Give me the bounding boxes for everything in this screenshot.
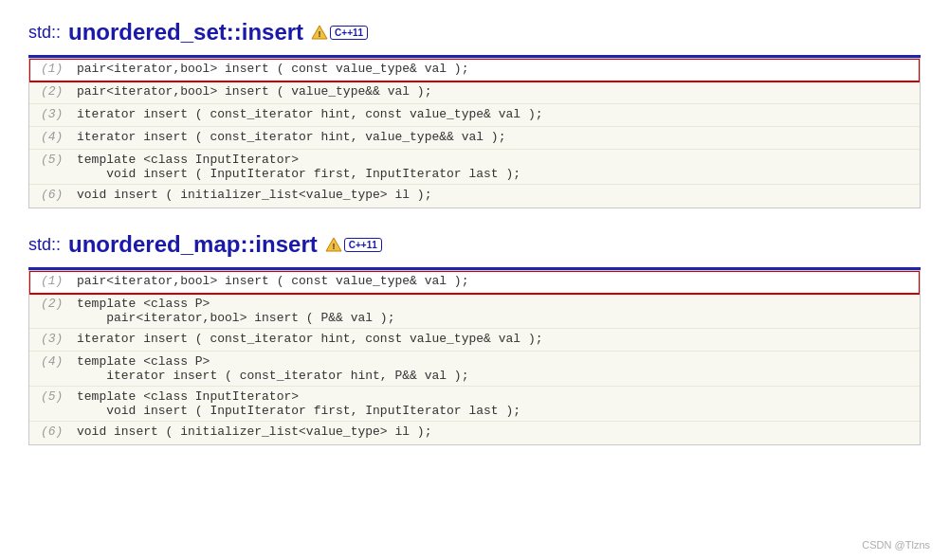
code-cell-2-3: iterator insert ( const_iterator hint, c…: [73, 329, 920, 349]
section-title-unordered-map: std::unordered_map::insert ! C++11: [28, 231, 921, 258]
warning-badge-2: ! C++11: [325, 237, 382, 252]
code-row-2-1: (1) pair<iterator,bool> insert ( const v…: [29, 271, 920, 294]
code-cell-2-2: template <class P> pair<iterator,bool> i…: [73, 294, 920, 328]
section-unordered-set: std::unordered_set::insert ! C++11 (1) p…: [28, 19, 921, 208]
code-row-1-2: (2) pair<iterator,bool> insert ( value_t…: [29, 81, 920, 104]
code-cell-1-4: iterator insert ( const_iterator hint, v…: [73, 127, 920, 147]
code-row-2-6: (6) void insert ( initializer_list<value…: [29, 422, 920, 444]
func-name-2: unordered_map::insert: [68, 231, 318, 258]
page-container: std::unordered_set::insert ! C++11 (1) p…: [0, 0, 949, 506]
line-num-2-5: (5): [29, 387, 73, 406]
code-row-2-5: (5) template <class InputIterator> void …: [29, 387, 920, 422]
code-cell-1-3: iterator insert ( const_iterator hint, c…: [73, 104, 920, 124]
code-cell-1-1: pair<iterator,bool> insert ( const value…: [73, 59, 920, 79]
line-num-1-6: (6): [29, 185, 73, 205]
line-num-1-3: (3): [29, 104, 73, 124]
svg-text:!: !: [319, 29, 321, 39]
code-cell-2-4: template <class P> iterator insert ( con…: [73, 352, 920, 386]
func-name-1: unordered_set::insert: [68, 19, 303, 45]
line-num-1-2: (2): [29, 81, 73, 101]
code-cell-2-6: void insert ( initializer_list<value_typ…: [73, 422, 920, 442]
watermark: CSDN @Tlzns: [862, 539, 930, 551]
line-num-2-4: (4): [29, 352, 73, 371]
section-title-unordered-set: std::unordered_set::insert ! C++11: [28, 19, 921, 45]
code-cell-1-2: pair<iterator,bool> insert ( value_type&…: [73, 81, 920, 101]
warning-badge-1: ! C++11: [311, 25, 368, 40]
cpp-badge-2: C++11: [344, 238, 382, 252]
line-num-2-1: (1): [29, 271, 73, 291]
code-row-2-2: (2) template <class P> pair<iterator,boo…: [29, 294, 920, 329]
std-prefix-1: std::: [28, 23, 61, 43]
line-num-1-1: (1): [29, 59, 73, 79]
code-cell-1-6: void insert ( initializer_list<value_typ…: [73, 185, 920, 205]
svg-text:!: !: [332, 242, 335, 251]
line-num-1-5: (5): [29, 150, 73, 170]
code-row-2-4: (4) template <class P> iterator insert (…: [29, 352, 920, 387]
code-row-1-4: (4) iterator insert ( const_iterator hin…: [29, 127, 920, 150]
code-cell-2-1: pair<iterator,bool> insert ( const value…: [73, 271, 920, 291]
code-wrapper-2: (1) pair<iterator,bool> insert ( const v…: [28, 270, 921, 445]
warning-icon-1: !: [311, 25, 328, 40]
code-cell-1-5: template <class InputIterator> void inse…: [73, 150, 920, 184]
line-num-2-2: (2): [29, 294, 73, 314]
code-wrapper-1: (1) pair<iterator,bool> insert ( const v…: [28, 58, 921, 208]
line-num-2-3: (3): [29, 329, 73, 349]
line-num-1-4: (4): [29, 127, 73, 147]
std-prefix-2: std::: [28, 235, 61, 255]
warning-icon-2: !: [325, 237, 342, 252]
line-num-2-6: (6): [29, 422, 73, 442]
code-cell-2-5: template <class InputIterator> void inse…: [73, 387, 920, 421]
code-row-1-6: (6) void insert ( initializer_list<value…: [29, 185, 920, 208]
code-row-1-1: (1) pair<iterator,bool> insert ( const v…: [29, 59, 920, 81]
section-unordered-map: std::unordered_map::insert ! C++11 (1) p…: [28, 231, 921, 445]
code-row-1-5: (5) template <class InputIterator> void …: [29, 150, 920, 185]
code-row-1-3: (3) iterator insert ( const_iterator hin…: [29, 104, 920, 127]
cpp-badge-1: C++11: [330, 26, 368, 40]
code-row-2-3: (3) iterator insert ( const_iterator hin…: [29, 329, 920, 352]
